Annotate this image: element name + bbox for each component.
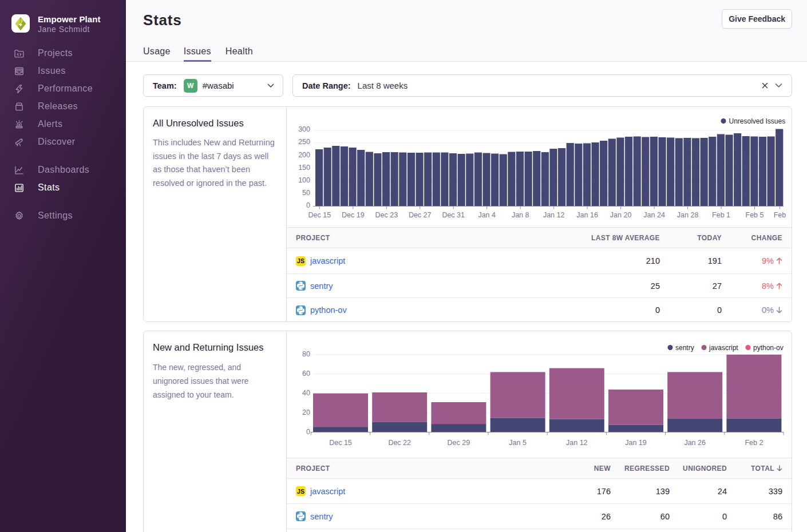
svg-text:Dec 29: Dec 29 — [448, 439, 470, 447]
svg-text:Jan 20: Jan 20 — [610, 211, 632, 219]
svg-text:20: 20 — [302, 408, 310, 416]
svg-text:60: 60 — [302, 370, 310, 378]
svg-text:Dec 31: Dec 31 — [442, 211, 465, 219]
svg-text:Dec 22: Dec 22 — [388, 439, 411, 447]
svg-text:Dec 15: Dec 15 — [308, 211, 331, 219]
svg-text:Feb 1: Feb 1 — [712, 211, 730, 219]
svg-text:Dec 15: Dec 15 — [329, 439, 352, 447]
svg-text:50: 50 — [302, 189, 310, 197]
svg-text:250: 250 — [298, 138, 310, 146]
svg-text:200: 200 — [298, 151, 310, 159]
svg-text:0: 0 — [306, 428, 310, 436]
svg-text:python-ov: python-ov — [753, 344, 784, 352]
svg-text:Jan 26: Jan 26 — [684, 439, 706, 447]
svg-text:Jan 16: Jan 16 — [576, 211, 598, 219]
svg-text:Jan 12: Jan 12 — [566, 439, 588, 447]
svg-text:Jan 5: Jan 5 — [509, 439, 527, 447]
svg-text:Jan 4: Jan 4 — [478, 211, 496, 219]
svg-text:40: 40 — [302, 389, 310, 397]
svg-text:Jan 28: Jan 28 — [677, 211, 699, 219]
svg-text:Feb 5: Feb 5 — [746, 211, 764, 219]
svg-text:sentry: sentry — [675, 344, 694, 352]
svg-text:Dec 23: Dec 23 — [375, 211, 398, 219]
svg-text:100: 100 — [298, 176, 310, 184]
svg-text:javascript: javascript — [709, 344, 738, 352]
svg-text:Feb: Feb — [774, 211, 786, 219]
svg-text:Jan 12: Jan 12 — [543, 211, 565, 219]
svg-text:0: 0 — [306, 201, 310, 209]
svg-text:300: 300 — [298, 125, 310, 133]
svg-text:Dec 19: Dec 19 — [342, 211, 365, 219]
svg-text:Dec 27: Dec 27 — [409, 211, 432, 219]
svg-text:80: 80 — [302, 350, 310, 358]
svg-text:Feb 2: Feb 2 — [745, 439, 763, 447]
svg-text:Unresolved Issues: Unresolved Issues — [729, 117, 786, 125]
svg-text:Jan 24: Jan 24 — [643, 211, 665, 219]
svg-text:Jan 19: Jan 19 — [625, 439, 647, 447]
svg-text:Jan 8: Jan 8 — [512, 211, 529, 219]
svg-text:150: 150 — [298, 164, 310, 172]
